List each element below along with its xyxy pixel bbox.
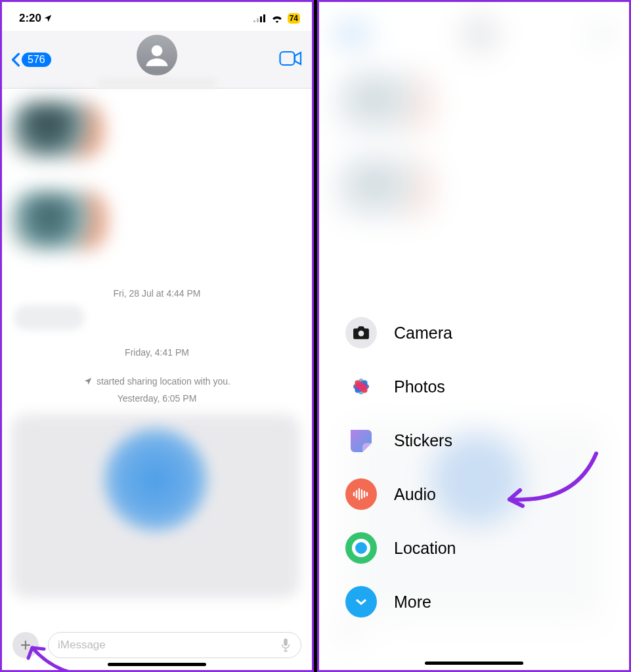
menu-item-label: Location [394, 539, 456, 558]
menu-item-label: More [394, 593, 431, 612]
menu-item-camera[interactable]: Camera [345, 317, 601, 348]
menu-item-label: Stickers [394, 431, 452, 450]
home-indicator[interactable] [108, 663, 206, 666]
person-icon [144, 42, 170, 68]
video-icon [279, 50, 303, 67]
message-bubble-redacted [14, 305, 85, 330]
svg-rect-0 [253, 20, 255, 22]
location-icon [345, 532, 377, 564]
screenshot-left: 2:20 74 576 Fri, 28 Jul at 4:44 PM Frida… [0, 0, 314, 672]
audio-icon [345, 478, 377, 510]
svg-rect-2 [260, 16, 262, 22]
status-right: 74 [253, 13, 300, 24]
status-left: 2:20 [19, 12, 53, 25]
contact-name-redacted [98, 78, 216, 87]
contact-header[interactable] [98, 35, 216, 87]
menu-item-stickers[interactable]: Stickers [345, 425, 601, 456]
location-share-text: started sharing location with you. [97, 376, 230, 387]
status-time: 2:20 [19, 12, 41, 25]
svg-rect-3 [263, 14, 265, 22]
menu-item-label: Photos [394, 377, 445, 396]
back-button[interactable]: 576 [11, 52, 51, 67]
location-arrow-icon [43, 14, 53, 23]
message-input[interactable]: iMessage [48, 632, 301, 658]
message-attachment-redacted [11, 414, 300, 598]
input-placeholder: iMessage [58, 639, 106, 652]
svg-rect-6 [284, 639, 288, 646]
signal-icon [253, 14, 267, 22]
microphone-icon[interactable] [280, 638, 292, 652]
svg-point-5 [152, 45, 163, 56]
wifi-icon [271, 14, 284, 23]
home-indicator[interactable] [425, 662, 523, 665]
camera-icon [345, 317, 377, 348]
conversation-scroll[interactable]: Fri, 28 Jul at 4:44 PM Friday, 4:41 PM s… [2, 89, 312, 614]
menu-item-photos[interactable]: Photos [345, 371, 601, 402]
location-arrow-icon [83, 377, 93, 386]
timestamp: Yesterday, 6:05 PM [11, 393, 303, 404]
menu-item-location[interactable]: Location [345, 532, 601, 564]
plus-icon: + [20, 635, 31, 656]
battery-level: 74 [288, 13, 300, 24]
attachment-menu-list: Camera [345, 317, 601, 618]
menu-item-label: Camera [394, 324, 452, 343]
attach-plus-button[interactable]: + [12, 632, 39, 658]
menu-item-more[interactable]: More [345, 586, 601, 618]
compose-bar: + iMessage [2, 632, 312, 658]
video-call-button[interactable] [279, 50, 303, 70]
menu-item-label: Audio [394, 485, 436, 504]
location-share-notice: started sharing location with you. [11, 376, 303, 387]
photos-icon [345, 371, 377, 402]
svg-point-7 [359, 331, 364, 337]
attachment-menu: Camera [319, 2, 629, 670]
timestamp: Fri, 28 Jul at 4:44 PM [11, 288, 303, 299]
timestamp: Friday, 4:41 PM [11, 347, 303, 358]
contact-avatar [137, 35, 177, 75]
stickers-icon [345, 425, 377, 456]
message-bubble-redacted [11, 102, 103, 158]
unread-badge: 576 [22, 52, 51, 67]
chevron-left-icon [11, 52, 20, 67]
message-bubble-redacted [11, 191, 106, 250]
status-bar: 2:20 74 [2, 2, 312, 31]
menu-item-audio[interactable]: Audio [345, 478, 601, 510]
svg-rect-4 [280, 52, 295, 65]
svg-rect-1 [257, 18, 259, 22]
screenshot-right: Camera [317, 0, 631, 672]
chevron-down-icon [345, 586, 377, 618]
